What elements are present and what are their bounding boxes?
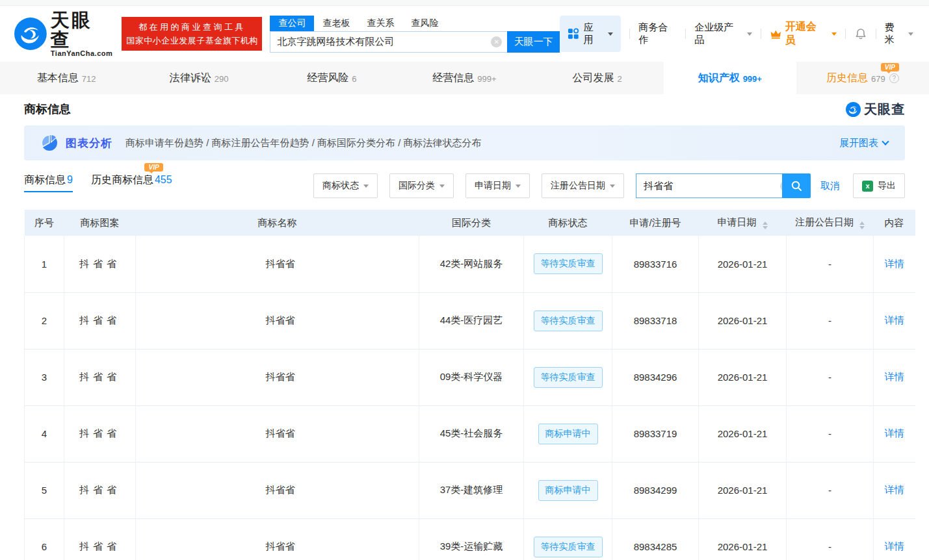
subtab-trademark-info[interactable]: 商标信息9 [24,173,73,196]
help-icon[interactable]: ? [889,73,899,83]
trademark-image[interactable]: 抖省省 [64,292,136,349]
table-row: 3 抖省省 抖省省 09类-科学仪器 等待实质审查 89834296 2026-… [25,349,915,405]
tab-company-development[interactable]: 公司发展2 [531,62,664,94]
status-badge: 等待实质审查 [534,253,603,274]
username: 费米 [885,21,904,46]
intl-class: 39类-运输贮藏 [419,518,524,560]
reg-number: 89833716 [612,236,699,292]
chart-analysis-bar: 图表分析 商标申请年份趋势 / 商标注册公告年份趋势 / 商标国际分类分布 / … [24,125,905,160]
detail-link[interactable]: 详情 [885,484,904,495]
detail-link[interactable]: 详情 [885,314,904,325]
publish-date: - [787,236,874,292]
intl-class: 42类-网站服务 [419,236,524,292]
filter-intl-class[interactable]: 国际分类 [389,173,454,198]
trademark-keyword-input[interactable] [636,181,780,192]
search-tab-company[interactable]: 查公司 [270,16,314,31]
tab-basic-info[interactable]: 基本信息712 [0,62,133,94]
col-publish-date-sortable[interactable]: 注册公告日期 [787,210,874,236]
col-intl-class: 国际分类 [419,210,524,236]
search-tab-relation[interactable]: 查关系 [358,16,402,31]
trademark-image[interactable]: 抖省省 [64,349,136,405]
chevron-down-icon [831,32,837,36]
trademark-name[interactable]: 抖省省 [136,236,419,292]
apply-date: 2026-01-21 [699,405,787,462]
brand-slogan-banner: 都在用的商业查询工具 国家中小企业发展子基金旗下机构 [122,17,262,51]
trademark-image[interactable]: 抖省省 [64,236,136,292]
notifications-button[interactable] [854,27,867,41]
section-title: 商标信息 [24,101,71,117]
row-index: 2 [25,292,64,349]
chart-analysis-title: 图表分析 [66,136,112,151]
user-menu[interactable]: 费米 [885,21,913,46]
trademark-name[interactable]: 抖省省 [136,518,419,560]
trademark-name[interactable]: 抖省省 [136,349,419,405]
detail-link[interactable]: 详情 [885,371,904,382]
crown-icon [770,28,782,40]
export-button[interactable]: x 导出 [853,173,905,198]
col-name: 商标名称 [136,210,419,236]
tab-operation-info[interactable]: 经营信息999+ [398,62,530,94]
tab-history-info[interactable]: VIP 历史信息679 ? [796,62,929,94]
filter-apply-date[interactable]: 申请日期 [465,173,530,198]
trademark-image[interactable]: 抖省省 [64,518,136,560]
row-index: 4 [25,405,64,462]
detail-link[interactable]: 详情 [885,541,904,552]
tab-intellectual-property[interactable]: 知识产权999+ [664,62,796,94]
intl-class: 44类-医疗园艺 [419,292,524,349]
row-index: 3 [25,349,64,405]
apps-menu-button[interactable]: 应用 [560,16,621,52]
open-vip-button[interactable]: 开通会员 [770,20,837,47]
trademark-image[interactable]: 抖省省 [64,462,136,518]
nav-enterprise-products[interactable]: 企业级产品 [694,21,752,46]
vip-badge: VIP [144,163,163,172]
col-no: 序号 [25,210,64,236]
vip-badge: VIP [881,63,899,71]
tianyancha-logo[interactable]: 天眼查 TianYanCha.com [14,10,112,57]
col-image: 商标图案 [64,210,136,236]
tab-legal-litigation[interactable]: 法律诉讼290 [133,62,265,94]
trademark-name[interactable]: 抖省省 [136,292,419,349]
company-search-input[interactable] [270,36,491,47]
reg-number: 89833718 [612,292,699,349]
tianyancha-logo-icon [14,18,47,50]
cancel-search-link[interactable]: 取消 [820,173,840,198]
publish-date: - [787,462,874,518]
search-submit-button[interactable]: 天眼一下 [507,31,560,53]
apply-date: 2026-01-21 [699,462,787,518]
publish-date: - [787,292,874,349]
table-row: 4 抖省省 抖省省 45类-社会服务 商标申请中 89833719 2026-0… [25,405,915,462]
apply-date: 2026-01-21 [699,292,787,349]
trademark-image[interactable]: 抖省省 [64,405,136,462]
trademark-name[interactable]: 抖省省 [136,405,419,462]
slogan-line2: 国家中小企业发展子基金旗下机构 [126,35,258,47]
publish-date: - [787,518,874,560]
publish-date: - [787,349,874,405]
trademark-name[interactable]: 抖省省 [136,462,419,518]
detail-link[interactable]: 详情 [885,427,904,439]
site-header: 天眼查 TianYanCha.com 都在用的商业查询工具 国家中小企业发展子基… [0,6,929,62]
search-tab-risk[interactable]: 查风险 [402,16,447,31]
reg-number: 89834285 [612,518,699,560]
filter-publish-date[interactable]: 注册公告日期 [542,173,624,198]
company-detail-tabs: 基本信息712 法律诉讼290 经营风险6 经营信息999+ 公司发展2 知识产… [0,62,929,94]
row-index: 1 [25,236,64,292]
sort-icon[interactable] [763,222,768,229]
keyword-search-button[interactable] [782,173,811,198]
logo-name: 天眼查 [51,10,113,49]
subtab-history-trademark-info[interactable]: VIP 历史商标信息455 [91,173,172,196]
chevron-down-icon [747,32,752,36]
search-clear-icon[interactable]: ✕ [491,36,502,47]
chart-analysis-links[interactable]: 商标申请年份趋势 / 商标注册公告年份趋势 / 商标国际分类分布 / 商标法律状… [125,137,482,149]
search-tab-boss[interactable]: 查老板 [314,16,358,31]
detail-link[interactable]: 详情 [885,258,904,269]
chevron-down-icon [439,185,445,188]
chevron-down-icon [516,185,521,188]
nav-business-cooperation[interactable]: 商务合作 [638,21,677,46]
expand-charts-button[interactable]: 展开图表 [839,137,888,149]
intl-class: 09类-科学仪器 [419,349,524,405]
sort-icon[interactable] [859,222,865,229]
col-apply-date-sortable[interactable]: 申请日期 [699,210,787,236]
tab-operation-risk[interactable]: 经营风险6 [265,62,398,94]
filter-trademark-status[interactable]: 商标状态 [313,173,378,198]
reg-number: 89834296 [612,349,699,405]
